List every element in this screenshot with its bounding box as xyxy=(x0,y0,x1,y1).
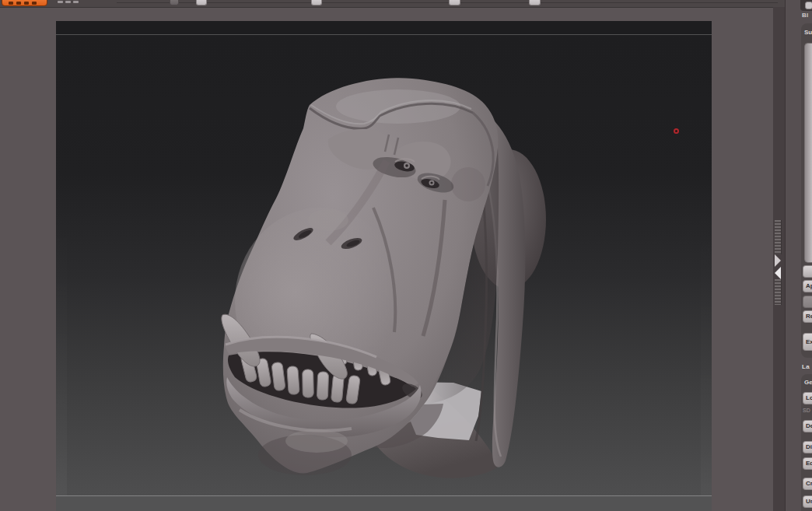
canvas-edge-left xyxy=(56,215,67,509)
canvas-edge-right xyxy=(701,215,712,509)
right-tool-panel: Bl Su Ap Re Ex La Ge Lo SD De Di Ed Cr U… xyxy=(785,0,812,511)
toolbar-text-fragment xyxy=(58,1,63,3)
sdiv-slider-label: SD xyxy=(803,408,810,413)
button-glyph-fragment xyxy=(32,2,37,5)
canvas-border-top xyxy=(56,21,712,34)
panel-top-button[interactable] xyxy=(805,2,812,9)
stroke-marker-dot xyxy=(674,128,679,134)
subtool-section: Su Ap Re Ex xyxy=(801,23,812,358)
toolbar-slider-handle[interactable] xyxy=(196,0,207,5)
active-tool-button[interactable] xyxy=(2,0,47,6)
subtool-list-scrollbar[interactable] xyxy=(804,43,812,263)
button-glyph-fragment xyxy=(9,2,13,5)
panel-button-re[interactable]: Re xyxy=(803,310,812,323)
toolbar-text-fragment xyxy=(73,1,79,3)
toolbar-slider-handle[interactable] xyxy=(311,0,322,5)
sculpt-model-illustration xyxy=(212,68,554,488)
divider-grip-lower[interactable] xyxy=(775,279,782,305)
geometry-section-header[interactable]: Ge xyxy=(804,379,812,386)
sculpt-viewport[interactable] xyxy=(56,21,712,511)
panel-button-di[interactable]: Di xyxy=(803,441,812,453)
panel-button-ex[interactable]: Ex xyxy=(803,333,812,351)
tray-divider xyxy=(773,7,785,511)
panel-button-ed[interactable]: Ed xyxy=(803,457,812,470)
panel-button-disabled xyxy=(803,296,812,308)
toolbar-slider-handle[interactable] xyxy=(529,0,541,5)
panel-button-un[interactable]: Un xyxy=(803,495,812,508)
toolbar-slider-handle[interactable] xyxy=(170,0,179,5)
button-glyph-fragment xyxy=(16,2,21,5)
panel-button[interactable] xyxy=(803,265,812,278)
app-window: { "top_bar": { "orange_button_color": "#… xyxy=(0,0,812,511)
top-toolbar xyxy=(0,0,785,8)
toolbar-slider-handle[interactable] xyxy=(449,0,460,5)
geometry-section: Ge Lo SD De Di Ed Cr Un xyxy=(801,374,812,511)
panel-top-label: Bl xyxy=(802,12,809,19)
panel-button-ap[interactable]: Ap xyxy=(803,280,812,292)
toolbar-slider-track xyxy=(117,2,778,3)
panel-button-cr[interactable]: Cr xyxy=(803,478,812,490)
panel-button-lo[interactable]: Lo xyxy=(803,392,812,404)
button-glyph-fragment xyxy=(24,2,29,5)
panel-button-de[interactable]: De xyxy=(803,420,812,432)
divider-grip-upper[interactable] xyxy=(775,220,782,254)
toolbar-text-fragment xyxy=(65,1,71,3)
tray-close-arrow-icon[interactable] xyxy=(775,267,781,279)
subtool-section-header[interactable]: Su xyxy=(804,29,812,36)
layers-section-header[interactable]: La xyxy=(802,363,810,370)
tray-open-arrow-icon[interactable] xyxy=(775,254,781,267)
canvas-border-bottom xyxy=(56,496,712,511)
